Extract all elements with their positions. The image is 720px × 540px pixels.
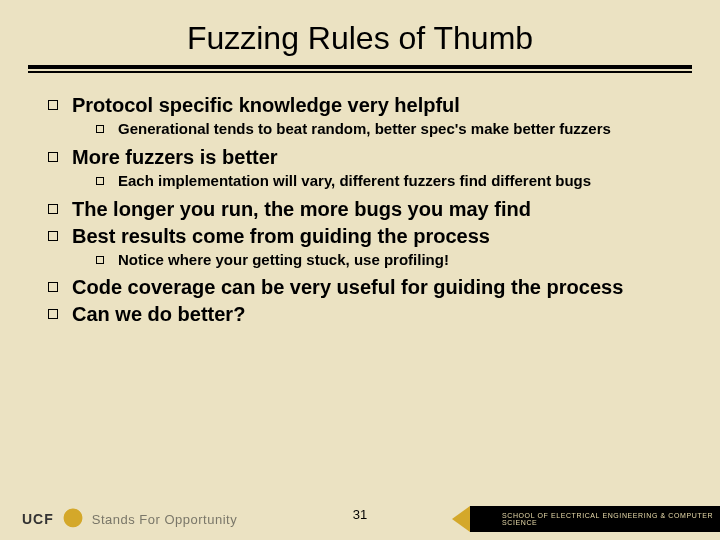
footer-school: SCHOOL OF ELECTRICAL ENGINEERING & COMPU… [502, 512, 720, 526]
square-bullet-icon [48, 100, 58, 110]
bullet-l1: Best results come from guiding the proce… [48, 224, 680, 249]
bullet-text: The longer you run, the more bugs you ma… [72, 197, 531, 222]
square-bullet-icon [96, 177, 104, 185]
bullet-l1: More fuzzers is better [48, 145, 680, 170]
bullet-l1: The longer you run, the more bugs you ma… [48, 197, 680, 222]
bullet-text: Generational tends to beat random, bette… [118, 120, 611, 139]
bullet-text: Best results come from guiding the proce… [72, 224, 490, 249]
bullet-l1: Protocol specific knowledge very helpful [48, 93, 680, 118]
title-underline [28, 63, 692, 69]
pegasus-icon [62, 508, 84, 530]
bullet-l2: Generational tends to beat random, bette… [96, 120, 680, 139]
ucf-logo-text: UCF [22, 511, 54, 527]
bullet-l1: Can we do better? [48, 302, 680, 327]
bullet-l2: Notice where your getting stuck, use pro… [96, 251, 680, 270]
footer-left: UCF Stands For Opportunity [22, 508, 237, 530]
bullet-text: Notice where your getting stuck, use pro… [118, 251, 449, 270]
square-bullet-icon [48, 282, 58, 292]
square-bullet-icon [96, 256, 104, 264]
slide: Fuzzing Rules of Thumb Protocol specific… [0, 0, 720, 540]
bullet-l2: Each implementation will vary, different… [96, 172, 680, 191]
square-bullet-icon [48, 204, 58, 214]
bullet-text: More fuzzers is better [72, 145, 278, 170]
footer-accent-icon [452, 506, 470, 532]
footer-right: SCHOOL OF ELECTRICAL ENGINEERING & COMPU… [470, 506, 720, 532]
slide-content: Protocol specific knowledge very helpful… [0, 83, 720, 327]
square-bullet-icon [48, 152, 58, 162]
bullet-text: Protocol specific knowledge very helpful [72, 93, 460, 118]
bullet-text: Each implementation will vary, different… [118, 172, 591, 191]
bullet-text: Can we do better? [72, 302, 245, 327]
square-bullet-icon [48, 309, 58, 319]
slide-title: Fuzzing Rules of Thumb [0, 0, 720, 63]
footer-tagline: Stands For Opportunity [92, 512, 237, 527]
square-bullet-icon [48, 231, 58, 241]
bullet-text: Code coverage can be very useful for gui… [72, 275, 623, 300]
bullet-l1: Code coverage can be very useful for gui… [48, 275, 680, 300]
square-bullet-icon [96, 125, 104, 133]
